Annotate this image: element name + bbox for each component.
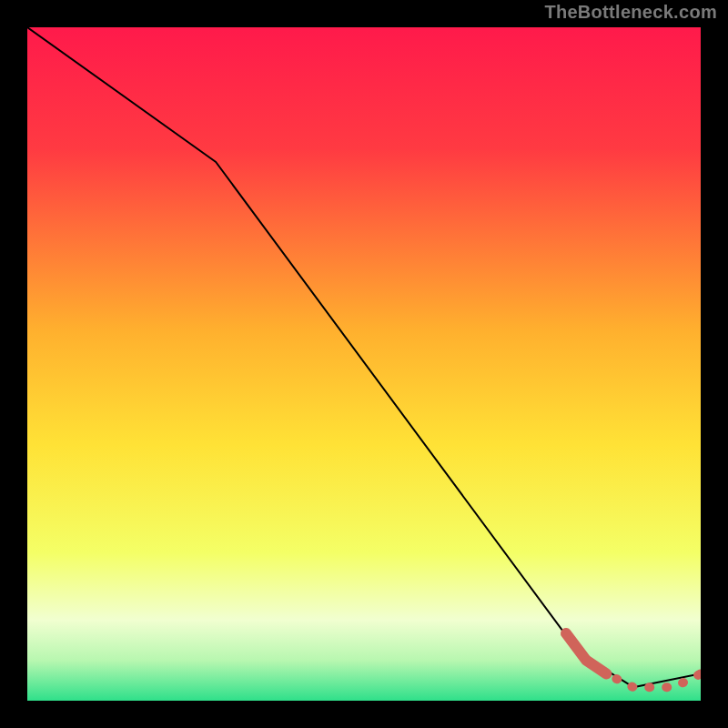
plot-area	[27, 27, 701, 701]
chart-frame: TheBottleneck.com	[0, 0, 728, 728]
chart-svg	[27, 27, 701, 701]
plot-background	[27, 27, 701, 701]
watermark-text: TheBottleneck.com	[544, 2, 717, 23]
